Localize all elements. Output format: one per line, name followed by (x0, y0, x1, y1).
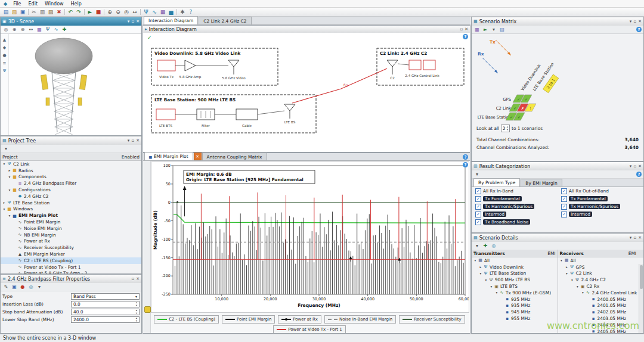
property-select[interactable]: Band Pass▾ (71, 293, 140, 300)
spinner-arrows-icon[interactable]: ▴▾ (507, 126, 508, 131)
result-cat-tab[interactable]: By Problem Type (473, 178, 520, 186)
transmitter-tree-item[interactable]: ▾ΨLTE Base Station (472, 271, 558, 277)
receiver-tree-item[interactable]: ▾▣C2 Rx (558, 283, 644, 290)
checkbox-checked-icon[interactable]: ✓ (561, 196, 567, 202)
lock-icon[interactable] (144, 306, 151, 313)
expander-icon[interactable]: ▾ (2, 162, 7, 166)
coupling-link-line[interactable] (292, 69, 387, 103)
project-tree-item[interactable]: ∿Power at Video Tx - Port 1 (1, 264, 141, 271)
component-block[interactable] (236, 109, 258, 120)
expander-icon[interactable]: ▾ (2, 207, 7, 211)
transmitter-tree-item[interactable]: ▪955 MHz (472, 315, 558, 322)
copy-icon[interactable]: ▥ (38, 8, 47, 16)
expander-icon[interactable]: ▾ (7, 188, 12, 192)
antenna-tower-3d-view[interactable] (9, 33, 141, 135)
chevron-down-icon[interactable]: ▾ (135, 294, 137, 299)
project-tree-item[interactable]: ▸■Radios (1, 167, 141, 174)
matrix-tool-icon[interactable]: ▦ (159, 8, 167, 16)
expander-icon[interactable]: ▸ (565, 265, 569, 269)
expander-icon[interactable]: ▸ (2, 201, 7, 204)
interaction-diagram-canvas[interactable]: Video Downlink: 5.8 GHz Video LinkC2 Lin… (143, 33, 470, 152)
expander-icon[interactable]: ▸ (7, 169, 12, 172)
project-tree-item[interactable]: ▾■Components (1, 174, 141, 181)
matrix-view-icon[interactable]: ▦ (473, 26, 481, 33)
close-icon[interactable]: ✕ (638, 19, 642, 24)
delete-icon[interactable]: ✖ (55, 8, 63, 16)
redo-icon[interactable]: ↷ (75, 8, 83, 16)
transmitter-tree-item[interactable]: ▪925 MHz (472, 296, 558, 303)
expander-icon[interactable]: ▾ (7, 214, 12, 217)
project-tree-item[interactable]: ▾▅EMI Margin Plot (1, 212, 141, 219)
zoom-out-icon[interactable]: ⊖ (114, 8, 122, 16)
scene-panel-header[interactable]: ▣ 3D - Scene ▾ ▫ ✕ (1, 17, 141, 26)
orient-iso-icon[interactable]: ◆ (3, 45, 6, 50)
checkbox-checked-icon[interactable]: ✓ (475, 219, 481, 225)
close-plot-icon[interactable]: ✕ (194, 153, 202, 160)
float-icon[interactable]: ▫ (633, 235, 636, 240)
menu-help[interactable]: Help (67, 1, 85, 7)
chevron-down-icon[interactable]: ▾ (630, 164, 632, 169)
legend-item[interactable]: C2 - LTE BS (Coupling) (154, 315, 219, 324)
help-icon[interactable]: ? (636, 27, 642, 32)
close-icon[interactable]: ✕ (136, 138, 140, 143)
spinner-icon[interactable]: ▴▾ (136, 309, 137, 315)
legend-item[interactable]: Power at Rx (278, 315, 321, 324)
component-icon[interactable]: ▣ (11, 284, 18, 290)
edit-icon[interactable]: ✎ (2, 284, 10, 290)
expander-icon[interactable]: ▾ (575, 285, 580, 288)
view-grid-icon[interactable]: ▦ (36, 26, 43, 33)
component-block[interactable] (157, 60, 175, 71)
expander-icon[interactable]: ▾ (473, 259, 478, 262)
settings-icon[interactable]: ✱ (178, 8, 187, 16)
expander-icon[interactable]: ▾ (494, 291, 499, 294)
scene-antenna-icon[interactable]: Ψ (3, 69, 7, 73)
emi-margin-chart[interactable]: 100500-50-100-150-200-25010,00020,00030,… (151, 161, 469, 313)
scenario-matrix-grid[interactable]: TxRxVideo DownlinkLTE Base Station2 to 1… (472, 34, 643, 121)
plot-tool-icon[interactable]: ▅ (167, 8, 175, 16)
legend-item[interactable]: Noise In-Band EMI Margin (324, 315, 396, 324)
scenario-matrix-header[interactable]: ▦ Scenario Matrix ▾ ▫ ✕ (472, 17, 643, 26)
column-project[interactable]: Project (2, 154, 18, 160)
receiver-tree-item[interactable]: ▪2400.05 MHz (558, 296, 644, 303)
scenario-details-header[interactable]: ▤ Scenario Details ▾ ▫ ✕ (472, 234, 643, 242)
checkbox-checked-icon[interactable]: ✓ (475, 188, 481, 194)
record-icon[interactable]: ● (19, 284, 26, 290)
help-icon[interactable]: ? (187, 8, 195, 16)
legend-item[interactable]: Point EMI Margin (222, 315, 275, 324)
collapse-icon[interactable]: ▾ (473, 171, 481, 178)
legend-item[interactable]: Power at Video Tx - Port 1 (273, 325, 345, 333)
float-icon[interactable]: ▫ (131, 19, 134, 24)
project-tree-item[interactable]: ∿Noise EMI Margin (1, 225, 141, 232)
filter-icon[interactable]: ▾ (490, 26, 497, 33)
waveform-tool-icon[interactable]: ∿ (150, 8, 159, 16)
transmitter-tree-item[interactable]: ▾∿Tx 900 MHz (E-GSM) (472, 290, 558, 296)
emi-column-header[interactable]: EMI (628, 251, 636, 256)
project-tree-item[interactable]: ◆2.4 GHz C2 (1, 193, 141, 200)
cut-icon[interactable]: ✂ (30, 8, 38, 16)
run-analysis-icon[interactable]: ► (86, 8, 94, 16)
refresh-details-icon[interactable]: ◎ (490, 242, 497, 249)
target-icon[interactable]: ◎ (27, 284, 35, 290)
menu-edit[interactable]: Edit (25, 1, 42, 7)
spinner-icon[interactable]: ▴▾ (136, 317, 137, 322)
spinner-icon[interactable]: ▴▾ (136, 301, 137, 307)
transmitters-title[interactable]: Transmitters (473, 251, 505, 256)
orient-top-icon[interactable]: ▲ (3, 38, 6, 42)
transmitter-tree-item[interactable]: ▪945 MHz (472, 309, 558, 315)
expander-icon[interactable]: ▾ (559, 259, 564, 262)
receiver-tree-item[interactable]: ▾∿2.4 GHz Control Link (558, 290, 644, 296)
view-add-icon[interactable]: ✚ (61, 26, 68, 33)
checkbox-checked-icon[interactable]: ✓ (475, 212, 481, 217)
checkbox-checked-icon[interactable]: ✓ (561, 212, 567, 217)
doc-tab[interactable]: C2 Link 2.4 GHz C2 (199, 17, 251, 24)
close-icon[interactable]: ✕ (136, 276, 140, 281)
expander-icon[interactable]: ▸ (478, 265, 483, 269)
component-block[interactable] (423, 60, 435, 70)
property-input[interactable]: 40.0▴▾ (71, 309, 140, 315)
spin-down-icon[interactable]: ▾ (136, 312, 137, 315)
paste-icon[interactable]: ▨ (47, 8, 55, 16)
transmitter-tree-item[interactable]: ▾▣LTE BTS (472, 283, 558, 290)
run-scenarios-icon[interactable]: ► (482, 26, 489, 33)
float-icon[interactable]: ▫ (131, 276, 134, 281)
chevron-down-icon[interactable]: ▾ (128, 19, 130, 24)
